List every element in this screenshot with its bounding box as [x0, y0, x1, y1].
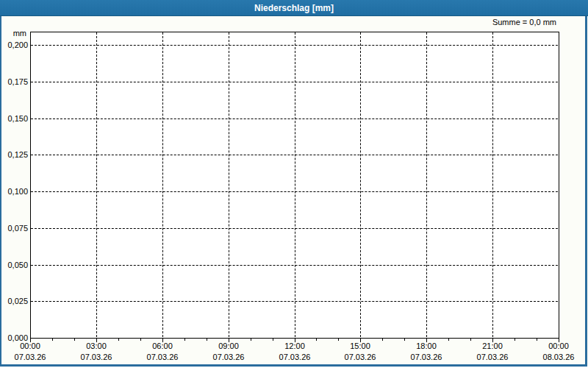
x-time-label: 09:00	[205, 342, 252, 351]
y-axis-unit-label: mm	[0, 29, 26, 38]
y-tick-label: 0,150	[0, 114, 28, 123]
x-minor-tick	[74, 339, 75, 341]
x-time-label: 12:00	[271, 342, 318, 351]
v-gridline	[360, 32, 361, 337]
v-gridline	[96, 32, 97, 337]
x-time-label: 06:00	[139, 342, 186, 351]
x-date-label: 07.03.26	[337, 353, 384, 362]
v-gridline	[229, 32, 229, 337]
v-gridline	[162, 32, 163, 337]
x-minor-tick	[316, 339, 317, 341]
window-title-bar: Niederschlag [mm]	[0, 0, 588, 16]
window-title: Niederschlag [mm]	[254, 3, 334, 13]
x-minor-tick	[537, 339, 537, 341]
x-time-label: 00:00	[535, 342, 582, 351]
x-time-label: 15:00	[337, 342, 384, 351]
x-minor-tick	[251, 339, 251, 341]
y-tick-label: 0,075	[0, 224, 28, 233]
x-minor-tick	[207, 339, 207, 341]
sum-label: Summe = 0,0 mm	[0, 18, 556, 27]
x-minor-tick	[118, 339, 119, 341]
v-gridline	[295, 32, 295, 337]
x-minor-tick	[52, 339, 53, 341]
x-minor-tick	[273, 339, 273, 341]
window-border-bottom	[0, 364, 587, 367]
x-time-label: 00:00	[7, 342, 54, 351]
x-date-label: 07.03.26	[205, 353, 252, 362]
x-minor-tick	[338, 339, 339, 341]
x-date-label: 07.03.26	[271, 353, 318, 362]
y-tick-label: 0,200	[0, 40, 28, 49]
x-time-label: 03:00	[73, 342, 120, 351]
x-minor-tick	[382, 339, 383, 341]
x-date-label: 07.03.26	[73, 353, 120, 362]
window-border-right	[585, 16, 587, 366]
x-minor-tick	[514, 339, 515, 341]
y-tick-label: 0,175	[0, 77, 28, 86]
x-date-label: 07.03.26	[7, 353, 54, 362]
x-date-label: 07.03.26	[469, 353, 516, 362]
x-minor-tick	[448, 339, 449, 341]
y-tick-label: 0,100	[0, 187, 28, 196]
x-minor-tick	[404, 339, 405, 341]
x-minor-tick	[470, 339, 471, 341]
y-tick-label: 0,025	[0, 297, 28, 305]
x-minor-tick	[184, 339, 185, 341]
x-minor-tick	[140, 339, 141, 341]
v-gridline	[426, 32, 427, 337]
precipitation-chart-window: Niederschlag [mm] Summe = 0,0 mm mm 0,00…	[0, 0, 588, 368]
y-tick-label: 0,125	[0, 150, 28, 159]
x-date-label: 07.03.26	[139, 353, 186, 362]
x-date-label: 08.03.26	[535, 353, 582, 362]
x-time-label: 18:00	[403, 342, 450, 351]
x-date-label: 07.03.26	[403, 353, 450, 362]
v-gridline	[492, 32, 493, 337]
y-tick-label: 0,050	[0, 261, 28, 269]
x-time-label: 21:00	[469, 342, 516, 351]
